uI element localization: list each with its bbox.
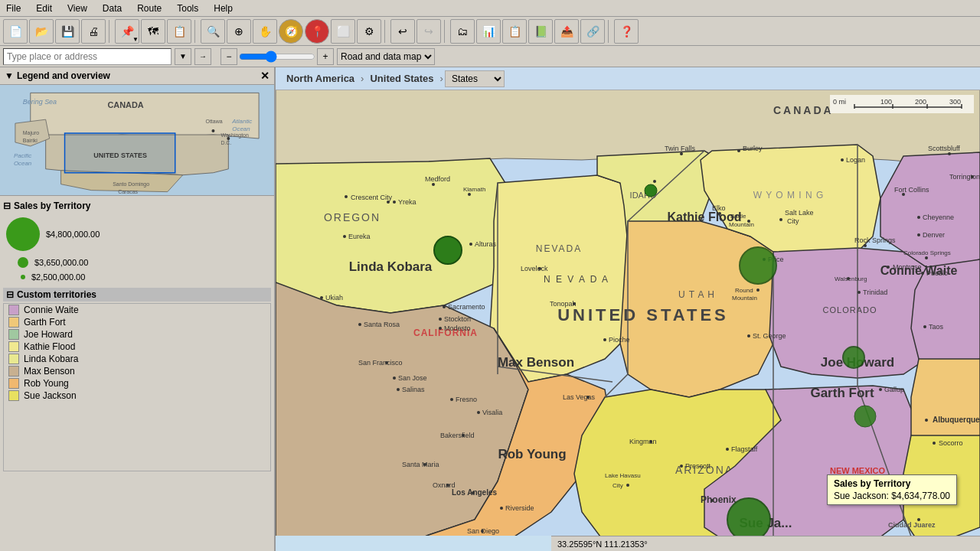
export2-button[interactable]: 📤 (554, 19, 579, 44)
menu-tools[interactable]: Tools (174, 2, 201, 15)
copy-map-button[interactable]: 🗺 (141, 19, 165, 44)
ciudad-juarez-label: Ciudad Juarez (888, 521, 936, 529)
territory-max[interactable]: Max Benson (4, 365, 270, 377)
toolbar-separator-5 (608, 20, 611, 43)
coordinates-label: 33.25595°N 111.21353° (557, 540, 648, 549)
lovelock-label: Lovelock (521, 265, 548, 272)
yreka2-dot (387, 201, 390, 204)
select-button[interactable]: ⊕ (227, 19, 251, 44)
svg-text:300: 300 (949, 98, 961, 106)
ukiah-dot (320, 296, 323, 299)
salt-lake-city-dot (779, 218, 782, 221)
frame-button[interactable]: ⬜ (331, 19, 355, 44)
search-input[interactable] (3, 48, 172, 65)
riverside-label: Riverside (505, 504, 534, 512)
svg-text:Atlantic: Atlantic (231, 118, 252, 125)
help-button[interactable]: ❓ (614, 19, 639, 44)
forward-button[interactable]: ↪ (416, 19, 441, 44)
map-svg[interactable]: Pacific Ocean CANADA OREGON NEVADA CALIF… (276, 90, 980, 536)
breadcrumb-north-america[interactable]: North America (282, 71, 359, 86)
wheel-button[interactable]: ⚙ (357, 19, 381, 44)
linda-sales-dot (434, 236, 462, 264)
city-label2: City (787, 217, 799, 225)
territory-kathie[interactable]: Kathie Flood (4, 341, 270, 353)
joe-label: Joe Howard (24, 329, 73, 340)
compass-button[interactable]: 🧭 (279, 19, 303, 44)
legend-toggle[interactable]: ▼ Legend and overview (5, 70, 110, 81)
round-mountain-dot (756, 289, 760, 292)
svg-text:Ottawa: Ottawa (206, 119, 223, 124)
menu-file[interactable]: File (3, 2, 24, 15)
breadcrumb-united-states[interactable]: United States (365, 71, 438, 86)
back-button[interactable]: ↩ (390, 19, 415, 44)
cheyenne-dot (917, 216, 920, 219)
territory-garth[interactable]: Garth Fort (4, 316, 270, 328)
territory-sue[interactable]: Sue Jackson (4, 390, 270, 402)
linda-territory-label: Linda Kobara (349, 259, 433, 274)
lake-havasu-label: Lake Havasu (605, 472, 641, 479)
open-button[interactable]: 📂 (29, 19, 54, 44)
searchbar: ▼ → − + Road and data map Road map Data … (0, 46, 980, 67)
menu-route[interactable]: Route (134, 2, 165, 15)
alturas-dot (469, 243, 472, 246)
wyoming-label: W Y O M I N G (753, 190, 825, 201)
search-dropdown-button[interactable]: ▼ (175, 48, 191, 65)
table-button[interactable]: 📋 (502, 19, 527, 44)
max-territory-label: Max Benson (498, 355, 574, 370)
map-area[interactable]: North America › United States › States C… (276, 67, 980, 551)
zoom-out-button[interactable]: − (220, 48, 237, 65)
territory-linda[interactable]: Linda Kobara (4, 353, 270, 365)
route-plan-button[interactable]: 📋 (167, 19, 191, 44)
zoom-slider[interactable] (239, 51, 315, 63)
territory-connie[interactable]: Connie Waite (4, 304, 270, 316)
territory-button[interactable]: 🗂 (450, 19, 475, 44)
oregon-territory (276, 158, 513, 313)
link-button[interactable]: 🔗 (580, 19, 605, 44)
legend-close-button[interactable]: ✕ (260, 70, 270, 82)
zoom-area-button[interactable]: 🔍 (201, 19, 225, 44)
print-button[interactable]: 🖨 (81, 19, 106, 44)
search-go-button[interactable]: → (194, 48, 211, 65)
klamath-dot (468, 193, 471, 196)
menu-help[interactable]: Help (211, 2, 236, 15)
map-type-select[interactable]: Road and data map Road map Data map (337, 48, 435, 65)
svg-text:200: 200 (915, 98, 926, 106)
phoenix-label: Phoenix (701, 494, 737, 505)
custom-territories-header[interactable]: ⊟ Custom territories (3, 288, 271, 302)
zoom-in-button[interactable]: + (317, 48, 334, 65)
territory-rob[interactable]: Rob Young (4, 377, 270, 390)
linda-color (8, 354, 19, 364)
menu-data[interactable]: Data (100, 2, 125, 15)
svg-text:Ocean: Ocean (14, 160, 32, 167)
legend-title: Legend and overview (17, 70, 110, 81)
garth-territory-label: Garth Fort (810, 386, 874, 400)
joe-color (8, 329, 19, 340)
rock-springs-label: Rock Springs (854, 236, 896, 244)
pushpin-button[interactable]: 📌▼ (115, 19, 139, 44)
new-button[interactable]: 📄 (3, 19, 28, 44)
las-vegas-label: Las Vegas (563, 393, 596, 401)
bubble-row-3: $2,500,000.00 (3, 271, 271, 283)
idaho-city-dot (653, 180, 656, 183)
modesto-dot (439, 327, 442, 330)
data-import-button[interactable]: 📊 (476, 19, 501, 44)
overview-map[interactable]: CANADA UNITED STATES Bering Sea Pacific … (0, 85, 274, 196)
poi-button[interactable]: 📍 (305, 19, 329, 44)
menu-view[interactable]: View (64, 2, 90, 15)
map-tooltip: Sales by Territory Sue Jackson: $4,634,7… (827, 474, 957, 505)
breadcrumb-states-dropdown[interactable]: States Counties (445, 70, 505, 87)
territories-scroll[interactable]: Connie Waite Garth Fort Joe Howard Kathi… (3, 303, 271, 471)
excel-button[interactable]: 📗 (528, 19, 553, 44)
alturas-label: Alturas (475, 240, 497, 248)
colorado-springs-label: Colorado Springs (903, 249, 951, 256)
sales-section-header[interactable]: ⊟ Sales by Territory (3, 199, 271, 213)
sales-collapse-icon: ⊟ (3, 201, 11, 211)
sue-sales-dot (727, 498, 770, 536)
save-button[interactable]: 💾 (55, 19, 80, 44)
territory-joe[interactable]: Joe Howard (4, 328, 270, 341)
hand-button[interactable]: ✋ (253, 19, 277, 44)
max-label: Max Benson (24, 366, 75, 377)
bubble-row-2: $3,650,000.00 (3, 256, 271, 269)
menu-edit[interactable]: Edit (33, 2, 55, 15)
menubar: File Edit View Data Route Tools Help (0, 0, 980, 17)
